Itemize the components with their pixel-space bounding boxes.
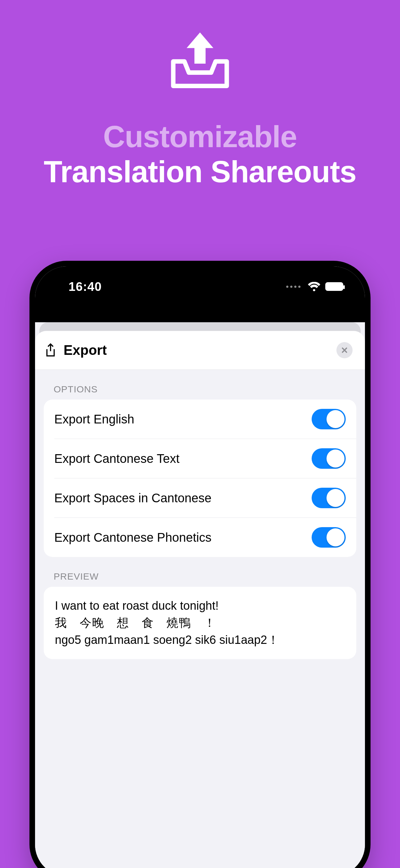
option-label: Export Spaces in Cantonese — [54, 491, 211, 505]
sheet-header: Export — [35, 331, 365, 370]
status-indicators — [286, 282, 343, 291]
battery-icon — [325, 282, 343, 291]
phone-screen: 16:40 Export — [35, 266, 365, 868]
options-section-label: OPTIONS — [35, 370, 365, 400]
option-label: Export Cantonese Text — [54, 452, 179, 466]
export-sheet: Export OPTIONS Export English Export Can… — [35, 331, 365, 868]
wifi-icon — [308, 282, 320, 291]
sheet-title: Export — [64, 342, 107, 358]
close-button[interactable] — [336, 342, 353, 358]
export-tray-icon — [164, 28, 236, 101]
toggle-export-cantonese-text[interactable] — [312, 448, 346, 469]
option-row-export-phonetics: Export Cantonese Phonetics — [54, 518, 356, 557]
phone-frame: 16:40 Export — [29, 261, 371, 868]
toggle-export-spaces[interactable] — [312, 488, 346, 508]
close-icon — [341, 347, 348, 353]
hero-title-line1: Customizable — [0, 119, 400, 154]
option-label: Export Cantonese Phonetics — [54, 531, 211, 545]
toggle-export-english[interactable] — [312, 409, 346, 429]
status-time: 16:40 — [69, 280, 102, 294]
options-card: Export English Export Cantonese Text Exp… — [44, 400, 356, 557]
option-row-export-spaces: Export Spaces in Cantonese — [54, 478, 356, 518]
share-icon — [44, 343, 57, 358]
status-bar: 16:40 — [35, 266, 365, 322]
preview-section-label: PREVIEW — [35, 557, 365, 587]
hero-title-line2: Translation Shareouts — [0, 154, 400, 189]
option-row-export-cantonese-text: Export Cantonese Text — [54, 439, 356, 478]
preview-cantonese: 我 今晚 想 食 燒鴨 ！ — [55, 614, 345, 631]
preview-card: I want to eat roast duck tonight! 我 今晚 想… — [44, 587, 356, 659]
preview-english: I want to eat roast duck tonight! — [55, 597, 345, 614]
cellular-dots-icon — [286, 286, 300, 288]
toggle-export-phonetics[interactable] — [312, 527, 346, 548]
option-label: Export English — [54, 412, 134, 426]
hero-section: Customizable Translation Shareouts — [0, 0, 400, 189]
preview-phonetics: ngo5 gam1maan1 soeng2 sik6 siu1aap2！ — [55, 631, 345, 649]
option-row-export-english: Export English — [44, 400, 356, 439]
